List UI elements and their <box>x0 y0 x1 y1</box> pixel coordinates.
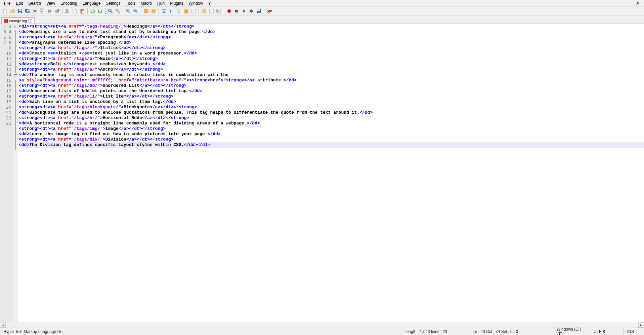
code-line[interactable]: <dd><strong>Bold </strong>text emphasize… <box>19 62 644 67</box>
save-icon[interactable] <box>17 8 24 14</box>
code-area[interactable]: <dl><strong><dt><a href="/tags/heading/"… <box>18 24 644 322</box>
file-icon <box>4 19 8 23</box>
folder-icon[interactable] <box>201 8 207 14</box>
scroll-left-icon[interactable]: ◂ <box>0 323 6 328</box>
zoom-in-icon[interactable] <box>125 8 132 14</box>
fold-toggle-icon[interactable]: − <box>14 25 17 28</box>
fold-toggle-icon[interactable]: − <box>14 74 17 77</box>
wordwrap-icon[interactable] <box>161 8 167 14</box>
code-line[interactable]: <strong><dt><a href="/tags/img/">Image</… <box>19 126 644 132</box>
cut-icon[interactable] <box>64 8 71 14</box>
code-line[interactable]: <dd>The anchor tag is most commonly used… <box>19 72 644 78</box>
code-line[interactable]: <strong><dt><a href="/tags/li/">List Ite… <box>19 94 644 99</box>
fold-line <box>15 128 16 134</box>
code-line[interactable]: <dd>A horizontal rdde is a straight line… <box>19 121 644 126</box>
replace-icon[interactable] <box>115 8 121 14</box>
fold-margin[interactable]: −− <box>13 24 18 322</box>
menu-language[interactable]: Language <box>80 0 103 6</box>
fold-line <box>15 96 16 101</box>
fold-line <box>15 144 16 150</box>
lang-icon[interactable]: ab <box>183 8 189 14</box>
find-icon[interactable] <box>107 8 114 14</box>
menu-tools[interactable]: Tools <box>123 0 138 6</box>
code-line[interactable]: <dd>Create <em>italics </em>text just li… <box>19 51 644 56</box>
svg-line-31 <box>111 11 113 13</box>
menu-settings[interactable]: Settings <box>103 0 123 6</box>
record-icon[interactable] <box>226 8 232 14</box>
code-line[interactable]: <strong><dt><a href="/tags/p/">Paragraph… <box>19 35 644 40</box>
all-chars-icon[interactable]: ¶ <box>168 8 175 14</box>
close-all-icon[interactable] <box>39 8 46 14</box>
menu-search[interactable]: Search <box>26 0 44 6</box>
tab-change-log[interactable]: change.log × <box>1 17 35 24</box>
code-line[interactable]: <dd>Blockquote tags are used to enclose … <box>19 110 644 115</box>
close-icon[interactable] <box>32 8 38 14</box>
scroll-right-icon[interactable]: ▸ <box>638 323 644 328</box>
svg-line-36 <box>129 11 130 13</box>
code-line[interactable]: <strong><dt><a href="/tags/dd/">Unordere… <box>19 83 644 88</box>
zoom-out-icon[interactable] <box>132 8 139 14</box>
code-line[interactable]: <strong><dt><a href="/tags/a/">Anchor</a… <box>19 67 644 72</box>
open-icon[interactable] <box>9 8 16 14</box>
code-line[interactable]: <dd>Headings are a way to make text stan… <box>19 29 644 35</box>
toolbar-separator <box>105 8 105 14</box>
play-multi-icon[interactable] <box>248 8 255 14</box>
sync-v-icon[interactable] <box>143 8 149 14</box>
svg-point-24 <box>68 12 69 13</box>
svg-point-23 <box>66 12 67 13</box>
code-line[interactable]: <strong><dt><a href="/tags/blockquote/">… <box>19 105 644 110</box>
code-line[interactable]: <dd>Learn the image tag to find out how … <box>19 132 644 137</box>
doc-list-icon[interactable] <box>208 8 215 14</box>
print-icon[interactable] <box>46 8 53 14</box>
fold-line <box>15 41 16 46</box>
code-line[interactable]: <dd>Unnumbered lists of bddlet points us… <box>19 88 644 94</box>
save-all-icon[interactable] <box>24 8 31 14</box>
toolbar-separator <box>141 8 141 14</box>
code-line[interactable]: <a style="background-color: #ffffff;" hr… <box>19 78 644 83</box>
code-line[interactable]: <strong><dt><a href="/tags/div/">Divisio… <box>19 137 644 142</box>
indent-guide-icon[interactable] <box>175 8 182 14</box>
copy-icon[interactable] <box>72 8 78 14</box>
toolbar-separator <box>264 8 264 14</box>
code-line[interactable]: <strong><dt><a href="/tags/b/">Bold</a><… <box>19 56 644 62</box>
code-line[interactable]: <dd>Paragraphs determine line spacing.</… <box>19 40 644 45</box>
menu-encoding[interactable]: Encoding <box>58 0 80 6</box>
menu-edit[interactable]: Edit <box>13 0 26 6</box>
code-line[interactable]: <strong><dt><a href="/tags/i/">Italics</… <box>19 45 644 51</box>
fold-line <box>15 52 16 57</box>
stop-icon[interactable] <box>233 8 240 14</box>
code-line[interactable]: <dd>The Division tag defines specific la… <box>19 142 644 148</box>
menu-plugins[interactable]: Plugins <box>167 0 186 6</box>
status-position: Ln : 23 Col : 74 Sel : 0 | 0 <box>469 328 553 335</box>
function-list-icon[interactable] <box>215 8 222 14</box>
code-line[interactable]: <strong><dt><a href="/tags/hr/">Horizont… <box>19 115 644 121</box>
sync-h-icon[interactable] <box>150 8 157 14</box>
svg-point-58 <box>210 10 211 10</box>
paste-icon[interactable] <box>79 8 86 14</box>
menu-run[interactable]: Run <box>155 0 167 6</box>
play-icon[interactable] <box>241 8 247 14</box>
window-close-button[interactable]: X <box>633 0 643 6</box>
scroll-track[interactable] <box>6 323 638 328</box>
editor[interactable]: 1 2 3 4 5 6 7 8 9 10 11 12 13 14 15 16 1… <box>0 24 644 322</box>
save-macro-icon[interactable] <box>255 8 262 14</box>
svg-rect-4 <box>19 12 21 13</box>
menu-macro[interactable]: Macro <box>138 0 155 6</box>
svg-rect-17 <box>49 12 51 13</box>
doc-map-icon[interactable] <box>190 8 197 14</box>
svg-rect-3 <box>19 9 22 11</box>
menu-help[interactable]: ? <box>206 0 213 6</box>
menu-window[interactable]: Window <box>186 0 206 6</box>
new-icon[interactable] <box>2 8 9 14</box>
code-line[interactable]: <dd>Each line on a list is enclosed by a… <box>19 99 644 105</box>
menu-view[interactable]: View <box>44 0 58 6</box>
code-line[interactable]: <dl><strong><dt><a href="/tags/heading/"… <box>19 24 644 29</box>
print-now-icon[interactable] <box>54 8 60 14</box>
spellcheck-icon[interactable]: ABC <box>266 8 272 14</box>
redo-icon[interactable] <box>97 8 103 14</box>
tab-close-icon[interactable]: × <box>29 19 32 23</box>
horizontal-scrollbar[interactable]: ◂ ▸ <box>0 322 644 328</box>
menu-file[interactable]: File <box>1 0 13 6</box>
fold-line <box>15 112 16 117</box>
undo-icon[interactable] <box>89 8 96 14</box>
